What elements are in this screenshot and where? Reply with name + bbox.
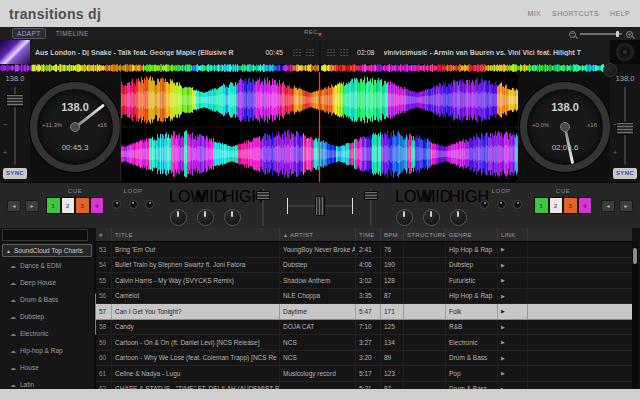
beatgrid-icon[interactable] [339,48,348,56]
table-scroll-thumb[interactable] [633,248,637,264]
deck-a-pitch-fader[interactable] [6,94,24,107]
volume-handle[interactable] [364,191,378,200]
eq-knob-high[interactable] [450,209,467,226]
link-icon[interactable]: ▶ [501,339,505,345]
deck-b-track-overview[interactable] [321,64,640,72]
sidebar-item-soundcloud-top-charts[interactable]: ▲ SoundCloud Top Charts [2,244,92,257]
loop-knob-3[interactable] [513,200,522,209]
sidebar-item-latin[interactable]: ☁Latin [0,376,94,389]
waveform-zone[interactable] [120,72,517,182]
deck-a-sync-button[interactable]: SYNC [3,168,27,179]
volume-handle[interactable] [256,191,270,200]
loop-knob-2[interactable] [129,200,138,209]
eq-knob-low[interactable] [396,209,413,226]
menu-item-help[interactable]: HELP [610,10,630,17]
sidebar-item-deep-house[interactable]: ☁Deep House [0,274,94,291]
deck-a-volume-fader[interactable] [255,189,271,227]
deck-b-jog-wheel[interactable]: 138.0 +0.0% x16 02:08.6 [520,82,610,172]
sidebar-item-dubstep[interactable]: ☁Dubstep [0,308,94,325]
table-row[interactable]: 62CHASE & STATUS - "TIME" FT. DELILAH (A… [96,382,632,390]
link-icon[interactable]: ▶ [501,324,505,330]
eq-knob-high[interactable] [224,209,241,226]
column-header-link[interactable]: LINK [498,228,528,241]
sidebar-item-house[interactable]: ☁House [0,359,94,376]
deck-a-track-overview[interactable] [0,64,319,72]
beatgrid-icon[interactable] [305,48,314,56]
skip-back-icon[interactable]: ◄ [7,200,21,212]
deck-a-jog-wheel[interactable]: 138.0 +11.3% x16 00:45.3 [30,82,120,172]
table-row[interactable]: 57Can I Get You Tonight?Daytime5:47171Fo… [96,304,632,320]
sidebar-item-dance-edm[interactable]: ☁Dance & EDM [0,257,94,274]
link-icon[interactable]: ▶ [501,277,505,283]
menu-item-mix[interactable]: MIX [527,10,541,17]
link-icon[interactable]: ▶ [501,246,505,252]
column-header-bpm[interactable]: BPM [381,228,404,241]
play-icon[interactable]: ► [619,200,633,212]
column-header-structure[interactable]: STRUCTURE [404,228,446,241]
tab-timeline[interactable]: TIMELINE [52,29,93,38]
deck-a-header[interactable]: Aus London - Dj Snake - Talk feat. Georg… [0,40,319,64]
column-header-time[interactable]: TIME [356,228,381,241]
table-row[interactable]: 56CamelotNLE Choppa3:3587Hip Hop & Rap▶ [96,289,632,305]
hotcue-button-4[interactable]: 4 [578,197,593,214]
loop-knob-2[interactable] [497,200,506,209]
menu-item-shortcuts[interactable]: SHORTCUTS [552,10,599,17]
hotcue-button-3[interactable]: 3 [563,197,578,214]
tab-adapt[interactable]: ADAPT [12,28,46,39]
tree-collapse-icon[interactable]: ▲ [6,248,11,254]
deck-a-eq: LOW·MID·HIGH· [169,188,241,232]
sidebar-item-hip-hop-rap[interactable]: ☁Hip-hop & Rap [0,342,94,359]
link-icon[interactable]: ▶ [501,262,505,268]
hotcue-button-1[interactable]: 1 [534,197,549,214]
skip-back-icon[interactable]: ◄ [601,200,615,212]
deck-b-pitch-fader[interactable] [616,122,634,135]
cell-bpm: 76 [381,242,404,257]
deck-b-volume-fader[interactable] [363,189,379,227]
loop-knob-1[interactable] [480,200,489,209]
eq-knob-mid[interactable] [197,209,214,226]
zoom-in-icon[interactable]: + [626,31,633,38]
eq-mid: MID· [422,188,440,232]
column-header-genre[interactable]: GENRE [446,228,498,241]
table-row[interactable]: 58CandyDOJA CAT7:10125R&B▶ [96,320,632,336]
deck-b-sync-button[interactable]: SYNC [613,168,637,179]
table-row[interactable]: 54Bullet Train by Stephen Swartz ft. Jon… [96,258,632,274]
eq-knob-low[interactable] [170,209,187,226]
zoom-out-icon[interactable]: − [569,31,576,38]
crossfader-handle[interactable] [315,196,325,216]
column-header-title[interactable]: TITLE [112,228,280,241]
eq-knob-mid[interactable] [423,209,440,226]
play-icon[interactable]: ► [25,200,39,212]
hotcue-button-2[interactable]: 2 [61,197,76,214]
deck-b-header[interactable]: 02:08 vinivicimusic - Armin van Buuren v… [321,40,640,64]
table-row[interactable]: 60Cartoon - Why We Lose (feat. Coleman T… [96,351,632,367]
table-row[interactable]: 59Cartoon - On & On (ft. Daniel Levi) [N… [96,335,632,351]
link-icon[interactable]: ▶ [501,293,505,299]
link-icon[interactable]: ▶ [501,355,505,361]
link-icon[interactable]: ▶ [501,308,505,314]
loop-knob-3[interactable] [145,200,154,209]
cell-fill [528,258,632,273]
sidebar-item-drum-bass[interactable]: ☁Drum & Bass [0,291,94,308]
hotcue-button-2[interactable]: 2 [549,197,564,214]
table-row[interactable]: 55Calvin Harris - My Way (SVYCKS Remix)S… [96,273,632,289]
zoom-slider[interactable] [580,33,622,35]
browse-knob-icon[interactable] [603,63,617,77]
zoom-slider-handle[interactable] [616,31,619,37]
beatgrid-icon[interactable] [292,48,301,56]
beatgrid-icon[interactable] [326,48,335,56]
table-row[interactable]: 61Celine & Nadya - LuguMusicology record… [96,366,632,382]
search-input[interactable] [2,229,88,241]
crossfader[interactable] [287,195,353,217]
link-icon[interactable]: ▶ [501,370,505,376]
hotcue-button-4[interactable]: 4 [90,197,105,214]
table-scrollbar[interactable] [632,242,638,389]
hotcue-button-3[interactable]: 3 [75,197,90,214]
column-header-[interactable]: # [96,228,112,241]
hotcue-button-1[interactable]: 1 [46,197,61,214]
deck-b-jog-hub [560,122,570,132]
column-header-artist[interactable]: ▲ARTIST [280,228,356,241]
loop-knob-1[interactable] [112,200,121,209]
sidebar-item-electronic[interactable]: ☁Electronic [0,325,94,342]
table-row[interactable]: 53Bring 'Em OutYoungBoy Never Broke Agai… [96,242,632,258]
